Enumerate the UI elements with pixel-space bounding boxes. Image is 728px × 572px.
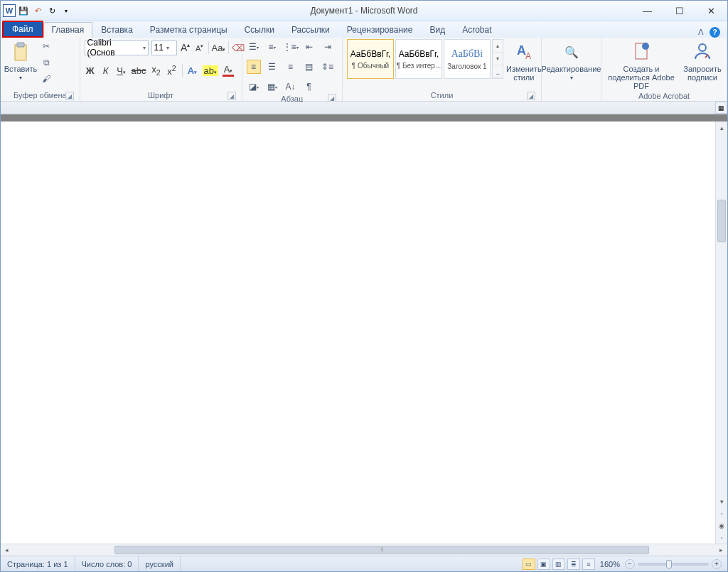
save-icon[interactable]: 💾	[17, 4, 30, 17]
chevron-down-icon[interactable]: ▾	[493, 53, 503, 65]
change-case-icon[interactable]: Aa▾	[212, 43, 226, 53]
group-adobe-acrobat: Создать и поделиться Adobe PDF Запросить…	[601, 38, 727, 101]
justify-icon[interactable]: ▤	[302, 60, 316, 74]
tab-view[interactable]: Вид	[421, 22, 454, 38]
text-effects-icon[interactable]: A▾	[187, 65, 198, 76]
tab-acrobat[interactable]: Acrobat	[454, 22, 500, 38]
cut-icon[interactable]: ✂	[39, 39, 53, 53]
qat-dropdown-icon[interactable]: ▾	[60, 4, 73, 17]
minimize-button[interactable]: —	[631, 1, 663, 21]
chevron-down-icon: ▾	[570, 75, 573, 81]
styles-gallery-nav[interactable]: ▴ ▾ ⎯	[492, 39, 503, 79]
ruler-toggle-icon[interactable]: ▦	[715, 102, 727, 114]
show-marks-icon[interactable]: ¶	[302, 80, 316, 94]
format-painter-icon[interactable]: 🖌	[39, 72, 53, 86]
next-page-icon[interactable]: ◦	[716, 531, 727, 544]
status-page[interactable]: Страница: 1 из 1	[1, 556, 75, 571]
window-controls: — ☐ ✕	[631, 1, 727, 21]
chevron-down-icon: ▾	[19, 75, 22, 81]
tab-file[interactable]: Файл	[2, 21, 43, 38]
maximize-button[interactable]: ☐	[663, 1, 695, 21]
word-app-icon[interactable]: W	[3, 4, 16, 17]
status-word-count[interactable]: Число слов: 0	[75, 556, 139, 571]
minimize-ribbon-icon[interactable]: ᐱ	[698, 28, 704, 37]
styles-expand-icon[interactable]: ⎯	[493, 65, 503, 78]
group-font: Calibri (Основ▾ 11▾ A▴ A▾ Aa▾ ⌫ Ж К Ч▾ a…	[80, 38, 242, 101]
multilevel-list-icon[interactable]: ⋮≡▾	[284, 40, 298, 54]
strikethrough-button[interactable]: abc	[132, 65, 146, 76]
close-button[interactable]: ✕	[695, 1, 727, 21]
view-print-layout-icon[interactable]: ▭	[523, 558, 535, 570]
zoom-slider-knob[interactable]	[666, 560, 672, 568]
decrease-indent-icon[interactable]: ⇤	[302, 40, 316, 54]
font-name-combo[interactable]: Calibri (Основ▾	[85, 41, 149, 55]
svg-text:A: A	[525, 51, 531, 61]
view-reading-icon[interactable]: ▣	[537, 558, 550, 570]
view-web-icon[interactable]: ▥	[552, 558, 565, 570]
underline-button[interactable]: Ч▾	[116, 65, 127, 76]
tab-references[interactable]: Ссылки	[236, 22, 283, 38]
zoom-level-label[interactable]: 160%	[600, 560, 620, 568]
grow-font-icon[interactable]: A▴	[180, 42, 191, 53]
copy-icon[interactable]: ⧉	[39, 55, 53, 70]
sort-icon[interactable]: A↓	[284, 80, 298, 94]
style-heading1[interactable]: АаБбВі Заголовок 1	[444, 39, 491, 79]
zoom-out-button[interactable]: −	[625, 559, 635, 569]
scroll-right-icon[interactable]: ▸	[715, 546, 727, 554]
zoom-in-button[interactable]: +	[712, 559, 722, 569]
increase-indent-icon[interactable]: ⇥	[321, 40, 335, 54]
subscript-button[interactable]: x2	[151, 64, 162, 77]
clipboard-launcher[interactable]: ◢	[65, 92, 74, 100]
editing-button[interactable]: 🔍 Редактирование ▾	[546, 39, 597, 81]
bold-button[interactable]: Ж	[85, 65, 96, 76]
horizontal-ruler[interactable]: ▦	[1, 102, 727, 114]
styles-launcher[interactable]: ◢	[527, 92, 535, 100]
tab-insert[interactable]: Вставка	[92, 22, 141, 38]
request-signatures-button[interactable]: Запросить подписи	[682, 39, 722, 82]
font-size-combo[interactable]: 11▾	[151, 41, 177, 55]
style-no-spacing[interactable]: АаБбВвГг, ¶ Без интер...	[395, 39, 442, 79]
borders-icon[interactable]: ▦▾	[265, 80, 279, 94]
align-left-icon[interactable]: ≡	[247, 60, 261, 74]
highlight-icon[interactable]: ab▾	[203, 65, 218, 76]
shrink-font-icon[interactable]: A▾	[194, 43, 205, 53]
line-spacing-icon[interactable]: ⇕≡	[321, 60, 335, 74]
prev-page-icon[interactable]: ◦	[716, 507, 727, 519]
scroll-down-icon[interactable]: ▾	[716, 495, 727, 507]
zoom-slider[interactable]	[638, 563, 709, 566]
browse-object-icon[interactable]: ◉	[716, 519, 727, 531]
view-outline-icon[interactable]: ≣	[567, 558, 580, 570]
shading-icon[interactable]: ◪▾	[247, 80, 261, 94]
paste-button[interactable]: Вставить ▾	[5, 39, 36, 81]
tab-mailings[interactable]: Рассылки	[283, 22, 338, 38]
font-launcher[interactable]: ◢	[228, 92, 236, 100]
svg-point-6	[642, 43, 649, 50]
style-normal[interactable]: АаБбВвГг, ¶ Обычный	[347, 39, 394, 79]
document-page[interactable]: ▴ ▾ ◦ ◉ ◦	[1, 122, 727, 544]
undo-icon[interactable]: ↶	[31, 4, 44, 17]
view-draft-icon[interactable]: ≡	[582, 558, 595, 570]
scroll-left-icon[interactable]: ◂	[1, 546, 13, 554]
title-bar: W 💾 ↶ ↻ ▾ Документ1 - Microsoft Word — ☐…	[1, 1, 727, 21]
bullets-icon[interactable]: ☰▾	[247, 40, 261, 54]
status-language[interactable]: русский	[139, 556, 180, 571]
scroll-thumb-h[interactable]: ⦀	[114, 546, 649, 554]
horizontal-scrollbar[interactable]: ◂ ⦀ ▸	[1, 544, 727, 556]
scroll-thumb-v[interactable]	[717, 200, 726, 242]
change-styles-button[interactable]: AA Изменить стили	[506, 39, 542, 82]
align-right-icon[interactable]: ≡	[284, 60, 298, 74]
font-color-icon[interactable]: A▾	[223, 64, 234, 77]
help-icon[interactable]: ?	[710, 27, 720, 38]
redo-icon[interactable]: ↻	[46, 4, 58, 17]
superscript-button[interactable]: x2	[166, 64, 178, 77]
tab-home[interactable]: Главная	[43, 22, 93, 38]
scroll-up-icon[interactable]: ▴	[716, 122, 727, 134]
vertical-scrollbar[interactable]: ▴ ▾ ◦ ◉ ◦	[715, 122, 727, 544]
create-pdf-button[interactable]: Создать и поделиться Adobe PDF	[606, 39, 677, 90]
numbering-icon[interactable]: ≡▾	[265, 40, 279, 54]
italic-button[interactable]: К	[100, 65, 112, 76]
tab-review[interactable]: Рецензирование	[338, 22, 422, 38]
align-center-icon[interactable]: ☰	[265, 60, 279, 74]
chevron-up-icon[interactable]: ▴	[493, 40, 503, 53]
tab-page-layout[interactable]: Разметка страницы	[141, 22, 236, 38]
